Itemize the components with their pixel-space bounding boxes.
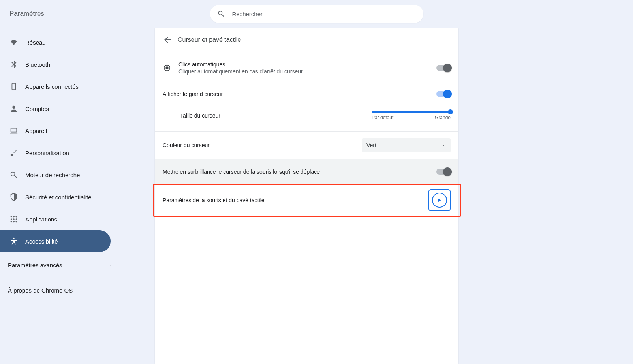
- phone-icon: [9, 82, 18, 91]
- divider: [0, 278, 122, 278]
- svg-point-12: [13, 238, 15, 239]
- cursor-color-dropdown[interactable]: Vert: [362, 138, 451, 152]
- sidebar-item-label: Appareil: [25, 128, 47, 134]
- panel-header: Curseur et pavé tactile: [155, 28, 458, 52]
- row-autoclick: Clics automatiques Cliquer automatiqueme…: [155, 52, 458, 81]
- main-column: Curseur et pavé tactile Clics automatiqu…: [122, 28, 633, 364]
- sidebar-item-label: Comptes: [25, 105, 49, 112]
- svg-rect-0: [12, 83, 15, 90]
- svg-point-9: [11, 221, 12, 223]
- advanced-label: Paramètres avancés: [8, 262, 62, 268]
- autoclick-label: Clics automatiques: [178, 61, 436, 68]
- large-cursor-label: Afficher le grand curseur: [163, 91, 436, 97]
- apps-icon: [9, 215, 18, 223]
- sidebar-item-personalization[interactable]: Personnalisation: [0, 142, 111, 164]
- sidebar-item-bluetooth[interactable]: Bluetooth: [0, 53, 111, 75]
- svg-point-7: [13, 218, 15, 220]
- header: Paramètres: [0, 0, 633, 28]
- person-icon: [9, 104, 18, 113]
- search-icon: [9, 171, 18, 179]
- sidebar-item-label: Réseau: [25, 39, 46, 46]
- highlight-cursor-label: Mettre en surbrillance le curseur de la …: [163, 169, 436, 175]
- autoclick-toggle[interactable]: [436, 65, 451, 71]
- row-cursor-size: Taille du curseur Par défaut Grande: [155, 106, 458, 131]
- search-icon: [217, 10, 225, 18]
- nav-forward-button[interactable]: [428, 189, 451, 211]
- row-large-cursor: Afficher le grand curseur: [155, 81, 458, 106]
- row-highlight-cursor: Mettre en surbrillance le curseur de la …: [155, 159, 458, 184]
- bluetooth-icon: [9, 60, 18, 69]
- wifi-icon: [9, 38, 18, 47]
- cursor-size-slider[interactable]: [372, 111, 451, 113]
- brush-icon: [9, 148, 18, 157]
- slider-min-label: Par défaut: [372, 115, 393, 120]
- back-button[interactable]: [163, 35, 172, 45]
- svg-point-6: [11, 218, 12, 220]
- sidebar-item-search-engine[interactable]: Moteur de recherche: [0, 164, 111, 186]
- dropdown-selected: Vert: [366, 142, 376, 148]
- settings-panel: Curseur et pavé tactile Clics automatiqu…: [155, 28, 458, 364]
- search-box[interactable]: [210, 5, 423, 23]
- svg-point-1: [12, 106, 15, 109]
- row-cursor-color: Couleur du curseur Vert: [155, 131, 458, 159]
- about-label: À propos de Chrome OS: [8, 287, 73, 294]
- sidebar-item-network[interactable]: Réseau: [0, 31, 111, 53]
- sidebar-item-label: Sécurité et confidentialité: [25, 194, 92, 201]
- panel-title: Curseur et pavé tactile: [178, 36, 241, 43]
- play-icon: [432, 193, 447, 208]
- sidebar-item-accessibility[interactable]: Accessibilité: [0, 230, 111, 252]
- sidebar-item-label: Personnalisation: [25, 150, 69, 156]
- svg-point-3: [11, 216, 12, 218]
- large-cursor-toggle[interactable]: [436, 91, 451, 97]
- slider-max-label: Grande: [435, 115, 451, 120]
- sidebar-about[interactable]: À propos de Chrome OS: [0, 280, 122, 300]
- svg-point-8: [16, 218, 17, 220]
- svg-point-4: [13, 216, 15, 218]
- sidebar-item-security[interactable]: Sécurité et confidentialité: [0, 186, 111, 208]
- slider-thumb[interactable]: [448, 109, 453, 114]
- sidebar-item-label: Appareils connectés: [25, 83, 79, 90]
- app-title: Paramètres: [9, 10, 44, 18]
- chevron-down-icon: [441, 143, 446, 148]
- svg-point-11: [16, 221, 17, 223]
- sidebar-item-label: Accessibilité: [25, 238, 58, 245]
- svg-point-14: [166, 67, 168, 69]
- svg-point-5: [16, 216, 17, 218]
- svg-point-10: [13, 221, 15, 223]
- sidebar-item-connected-devices[interactable]: Appareils connectés: [0, 75, 111, 98]
- target-icon: [163, 64, 171, 72]
- sidebar-item-label: Bluetooth: [25, 61, 50, 68]
- sidebar-advanced-toggle[interactable]: Paramètres avancés: [0, 254, 122, 276]
- highlight-cursor-toggle[interactable]: [436, 169, 451, 175]
- svg-rect-2: [11, 128, 17, 132]
- cursor-color-label: Couleur du curseur: [163, 142, 362, 148]
- shield-icon: [9, 193, 18, 201]
- autoclick-sub: Cliquer automatiquement en cas d'arrêt d…: [178, 68, 436, 75]
- mouse-touchpad-label: Paramètres de la souris et du pavé tacti…: [163, 197, 428, 203]
- laptop-icon: [9, 126, 18, 135]
- sidebar-item-device[interactable]: Appareil: [0, 120, 111, 142]
- accessibility-icon: [9, 237, 18, 246]
- sidebar-item-apps[interactable]: Applications: [0, 208, 111, 230]
- sidebar-item-accounts[interactable]: Comptes: [0, 98, 111, 120]
- chevron-down-icon: [108, 263, 113, 267]
- row-mouse-touchpad-settings[interactable]: Paramètres de la souris et du pavé tacti…: [155, 184, 458, 216]
- cursor-size-label: Taille du curseur: [180, 113, 372, 119]
- search-input[interactable]: [232, 11, 416, 17]
- sidebar-item-label: Moteur de recherche: [25, 172, 80, 178]
- sidebar: Réseau Bluetooth Appareils connectés Com…: [0, 28, 122, 364]
- sidebar-item-label: Applications: [25, 216, 57, 223]
